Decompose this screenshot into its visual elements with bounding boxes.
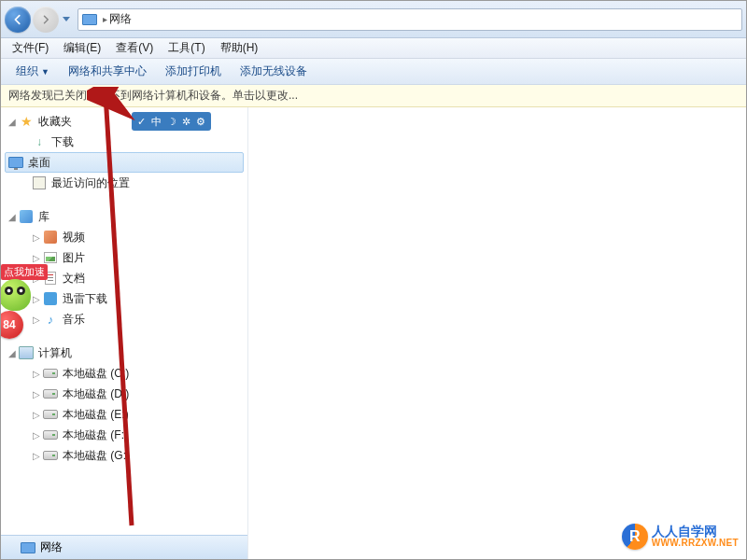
sidebar-item-label: 迅雷下载 [63,291,107,307]
speedup-badge[interactable]: 点我加速 [1,264,48,280]
sidebar-item-disk-d[interactable]: ▷ 本地磁盘 (D:) [1,384,247,404]
star-icon: ★ [18,113,35,130]
expand-icon[interactable]: ▷ [31,389,42,399]
chevron-down-icon [63,17,70,22]
sidebar-computer-header[interactable]: ◢ 计算机 [1,343,247,363]
recent-icon [31,175,48,191]
menubar: 文件(F) 编辑(E) 查看(V) 工具(T) 帮助(H) [1,38,746,59]
network-icon [82,12,97,27]
quick-toolbar: ✓ 中 ☽ ✲ ⚙ [132,112,211,131]
expand-icon[interactable]: ▷ [31,369,42,379]
sidebar-item-label: 下载 [51,134,74,150]
sidebar-item-disk-e[interactable]: ▷ 本地磁盘 (E:) [1,404,247,425]
sidebar-item-desktop[interactable]: 桌面 [5,152,244,173]
tool-organize[interactable]: 组织▼ [7,61,59,82]
breadcrumb-sep-icon: ▸ [103,14,107,24]
expand-icon[interactable]: ▷ [31,315,42,325]
menu-edit[interactable]: 编辑(E) [56,38,108,58]
watermark-logo-icon: R [622,524,648,550]
mascot-icon [0,279,31,311]
sidebar-item-music[interactable]: ▷ 音乐 [1,309,247,329]
network-icon [20,539,36,556]
sidebar-favorites-header[interactable]: ◢ ★ 收藏夹 ✓ 中 ☽ ✲ ⚙ [1,111,247,132]
info-message: 网络发现已关闭。看不到网络计算机和设备。单击以更改... [8,88,298,104]
tool-add-printer[interactable]: 添加打印机 [156,61,231,82]
nav-back-button[interactable] [5,7,31,33]
info-bar[interactable]: 网络发现已关闭。看不到网络计算机和设备。单击以更改... [1,85,746,107]
drive-icon [42,385,59,402]
expand-icon[interactable]: ▷ [31,232,42,243]
titlebar: ▸ 网络 [1,1,746,38]
sidebar-item-label: 桌面 [28,155,50,171]
sidebar-item-label: 本地磁盘 (D:) [63,386,129,402]
qb-spark-icon[interactable]: ✲ [182,116,190,128]
expand-icon[interactable]: ▷ [31,451,42,461]
qb-zhong-icon[interactable]: 中 [151,115,162,129]
sidebar-item-label: 最近访问的位置 [51,175,130,191]
sidebar-item-label: 音乐 [63,312,85,328]
nav-history-dropdown[interactable] [61,7,72,33]
sidebar-item-xunlei[interactable]: ▷ 迅雷下载 [1,288,247,309]
watermark-brand: 人人自学网 [652,525,739,539]
xunlei-icon [42,290,59,307]
qb-check-icon[interactable]: ✓ [137,116,146,128]
menu-tools[interactable]: 工具(T) [161,38,212,58]
desktop-icon [7,154,24,171]
qb-gear-icon[interactable]: ⚙ [196,116,205,128]
sidebar-computer-label: 计算机 [38,345,72,361]
sidebar-item-network[interactable]: 网络 [1,535,247,559]
expand-icon[interactable]: ▷ [31,294,42,304]
watermark: R 人人自学网 WWW.RRZXW.NET [622,524,739,550]
sidebar-item-disk-g[interactable]: ▷ 本地磁盘 (G:) [1,445,247,466]
sidebar-item-label: 网络 [40,539,63,555]
body: ◢ ★ 收藏夹 ✓ 中 ☽ ✲ ⚙ 下载 桌面 [1,107,746,559]
menu-view[interactable]: 查看(V) [108,38,161,58]
tool-add-wireless[interactable]: 添加无线设备 [231,61,317,82]
sidebar-item-disk-f[interactable]: ▷ 本地磁盘 (F:) [1,425,247,445]
music-icon [42,311,59,328]
drive-icon [42,427,59,443]
sidebar-bottom: 网络 [1,535,247,559]
video-icon [42,229,59,245]
address-location: 网络 [109,11,132,27]
menu-file[interactable]: 文件(F) [5,38,56,58]
address-bar[interactable]: ▸ 网络 [78,8,742,31]
tool-network-center[interactable]: 网络和共享中心 [59,61,156,82]
watermark-url: WWW.RRZXW.NET [652,539,739,549]
qb-moon-icon[interactable]: ☽ [167,116,176,128]
sidebar-item-label: 本地磁盘 (C:) [63,366,129,382]
sidebar-favorites-label: 收藏夹 [38,114,72,130]
menu-help[interactable]: 帮助(H) [213,38,266,58]
arrow-left-icon [11,13,24,26]
sidebar-item-downloads[interactable]: 下载 [1,132,247,152]
nav-forward-button[interactable] [33,7,59,33]
collapse-icon[interactable]: ◢ [7,117,18,127]
library-icon [18,208,35,225]
arrow-right-icon [40,14,51,25]
sidebar-item-label: 本地磁盘 (E:) [63,407,129,423]
drive-icon [42,447,59,464]
toolbar: 组织▼ 网络和共享中心 添加打印机 添加无线设备 [1,59,746,85]
expand-icon[interactable]: ▷ [31,253,42,263]
sidebar: ◢ ★ 收藏夹 ✓ 中 ☽ ✲ ⚙ 下载 桌面 [1,107,248,559]
download-icon [31,133,48,150]
computer-icon [18,344,35,361]
sidebar-item-disk-c[interactable]: ▷ 本地磁盘 (C:) [1,363,247,384]
drive-icon [42,365,59,382]
sidebar-item-label: 文档 [63,271,85,287]
chevron-down-icon: ▼ [41,67,49,77]
sidebar-item-videos[interactable]: ▷ 视频 [1,227,247,247]
content-pane [248,107,746,559]
tool-organize-label: 组织 [16,64,38,77]
sidebar-item-label: 视频 [63,230,85,245]
sidebar-libraries-label: 库 [38,209,49,225]
collapse-icon[interactable]: ◢ [7,212,18,222]
expand-icon[interactable]: ▷ [31,430,42,441]
sidebar-item-recent[interactable]: 最近访问的位置 [1,173,247,193]
collapse-icon[interactable]: ◢ [7,348,18,358]
expand-icon[interactable]: ▷ [31,410,42,420]
sidebar-libraries-header[interactable]: ◢ 库 [1,206,247,227]
drive-icon [42,406,59,423]
sidebar-item-label: 图片 [63,250,85,266]
sidebar-item-label: 本地磁盘 (G:) [63,448,130,464]
